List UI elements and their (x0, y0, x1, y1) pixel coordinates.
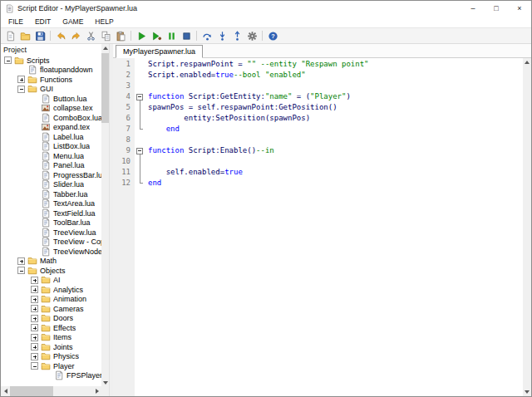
horizontal-scrollbar-thumb[interactable] (10, 386, 53, 396)
help-button[interactable]: ? (265, 29, 280, 43)
tree-item-combobox-lua[interactable]: ComboBox.lua (1, 113, 101, 123)
undo-button[interactable] (53, 29, 68, 43)
step-out-button[interactable] (229, 29, 244, 43)
plus-box-icon[interactable] (31, 286, 38, 293)
plus-box-icon[interactable] (31, 277, 38, 284)
plus-box-icon[interactable] (31, 305, 38, 312)
code-text[interactable] (145, 135, 523, 145)
scroll-up-icon[interactable] (523, 58, 531, 66)
tree-item-fpsplayer-lua[interactable]: FPSPlayer.lua (1, 371, 101, 381)
plus-box-icon[interactable] (31, 334, 38, 341)
minus-box-icon[interactable] (31, 362, 38, 370)
tree-item-textfield-lua[interactable]: TextField.lua (1, 208, 101, 218)
code-text[interactable]: entity:SetPosition(spawnPos) (145, 113, 523, 124)
tree-item-analytics[interactable]: Analytics (1, 285, 101, 295)
copy-button[interactable] (98, 29, 113, 43)
tree-item-doors[interactable]: Doors (1, 314, 101, 324)
expand-expander-icon[interactable] (31, 334, 41, 341)
tree-item-player[interactable]: Player (1, 361, 101, 371)
tree-item-label-lua[interactable]: Label.lua (1, 132, 101, 142)
scroll-down-icon[interactable] (523, 388, 531, 396)
minimize-button[interactable]: – (461, 1, 485, 16)
tree-item-toolbar-lua[interactable]: ToolBar.lua (1, 218, 101, 228)
plus-box-icon[interactable] (17, 257, 25, 265)
tree-item-treeview-lua[interactable]: TreeView.lua (1, 228, 101, 238)
step-over-button[interactable] (200, 29, 214, 43)
tree-item-scripts[interactable]: Scripts (1, 56, 101, 66)
menu-game[interactable]: GAME (57, 17, 89, 26)
minus-box-icon[interactable] (17, 86, 25, 93)
code-text[interactable] (145, 81, 523, 91)
tree-item-listbox-lua[interactable]: ListBox.lua (1, 142, 101, 152)
save-button[interactable] (32, 29, 47, 43)
pause-button[interactable] (164, 29, 179, 43)
tree-item-progressbar-lua[interactable]: ProgressBar.lua (1, 170, 101, 180)
code-text[interactable]: self.enabled=true (145, 167, 523, 178)
scroll-up-icon[interactable] (101, 44, 109, 51)
tree-item-menu-lua[interactable]: Menu.lua (1, 151, 101, 161)
scroll-right-icon[interactable] (92, 386, 101, 396)
expand-expander-icon[interactable] (31, 324, 41, 331)
tree-item-ai[interactable]: AI (1, 276, 101, 286)
project-tree-horizontal-scrollbar[interactable] (1, 386, 101, 396)
tree-item-treeview-copy-lua[interactable]: TreeView - Copy.lua (1, 238, 101, 248)
tree-item-animation[interactable]: Animation (1, 295, 101, 305)
menu-file[interactable]: FILE (2, 17, 29, 26)
tree-item-effects[interactable]: Effects (1, 323, 101, 333)
expand-expander-icon[interactable] (31, 286, 41, 293)
minus-box-icon[interactable] (4, 56, 12, 64)
tree-item-treeviewnode-lua[interactable]: TreeViewNode.lua (1, 247, 101, 257)
expand-expander-icon[interactable] (31, 315, 41, 322)
code-text[interactable]: function Script:Enable()--in (145, 145, 523, 156)
plus-box-icon[interactable] (31, 315, 38, 322)
menu-edit[interactable]: EDIT (29, 17, 57, 26)
close-button[interactable]: × (508, 1, 531, 16)
run-debug-button[interactable] (149, 29, 164, 43)
expand-expander-icon[interactable] (17, 76, 27, 83)
redo-button[interactable] (68, 29, 83, 43)
run-button[interactable] (134, 29, 149, 43)
cut-button[interactable] (83, 29, 98, 43)
stop-button[interactable] (179, 29, 194, 43)
tree-item-joints[interactable]: Joints (1, 342, 101, 352)
tree-item-math[interactable]: Math (1, 257, 101, 267)
options-button[interactable] (244, 29, 259, 43)
code-text[interactable]: Script.enabled=true--bool "enabled" (145, 70, 523, 81)
new-file-button[interactable] (2, 29, 17, 43)
fold-collapse-icon[interactable] (135, 91, 145, 102)
tree-item-items[interactable]: Items (1, 333, 101, 343)
fold-collapse-icon[interactable] (135, 145, 145, 156)
plus-box-icon[interactable] (17, 76, 25, 83)
tree-item-floatupanddown[interactable]: floatupanddown (1, 66, 101, 76)
tree-item-cameras[interactable]: Cameras (1, 304, 101, 314)
tree-item-tabber-lua[interactable]: Tabber.lua (1, 189, 101, 199)
scroll-left-icon[interactable] (1, 386, 10, 396)
tree-item-button-lua[interactable]: Button.lua (1, 94, 101, 104)
expand-expander-icon[interactable] (31, 296, 41, 303)
expand-expander-icon[interactable] (17, 257, 27, 265)
project-tree-vertical-scrollbar[interactable] (101, 44, 109, 386)
collapse-expander-icon[interactable] (4, 56, 14, 64)
paste-button[interactable] (113, 29, 128, 43)
maximize-button[interactable]: □ (485, 1, 508, 16)
step-into-button[interactable] (214, 29, 229, 43)
code-text[interactable]: function Script:GetEntity:"name" = ("Pla… (145, 91, 523, 102)
tree-item-gui[interactable]: GUI (1, 85, 101, 95)
tree-item-objects[interactable]: Objects (1, 266, 101, 276)
plus-box-icon[interactable] (31, 343, 38, 350)
tree-item-physics[interactable]: Physics (1, 352, 101, 362)
expand-expander-icon[interactable] (31, 343, 41, 350)
expand-expander-icon[interactable] (31, 353, 41, 360)
collapse-expander-icon[interactable] (17, 267, 27, 274)
open-button[interactable] (17, 29, 32, 43)
code-editor[interactable]: 1Script.respawnPoint = "" --entity "Resp… (113, 58, 531, 396)
tree-item-expand-tex[interactable]: expand.tex (1, 123, 101, 133)
menu-help[interactable]: HELP (89, 17, 119, 26)
scroll-down-icon[interactable] (101, 379, 109, 386)
expand-expander-icon[interactable] (31, 277, 41, 284)
tree-item-slider-lua[interactable]: Slider.lua (1, 180, 101, 190)
expand-expander-icon[interactable] (31, 305, 41, 312)
tree-item-textarea-lua[interactable]: TextArea.lua (1, 199, 101, 209)
tab-myplayerspawner-lua[interactable]: MyPlayerSpawner.lua (116, 45, 203, 58)
code-text[interactable]: Script.respawnPoint = "" --entity "Respa… (145, 59, 523, 70)
